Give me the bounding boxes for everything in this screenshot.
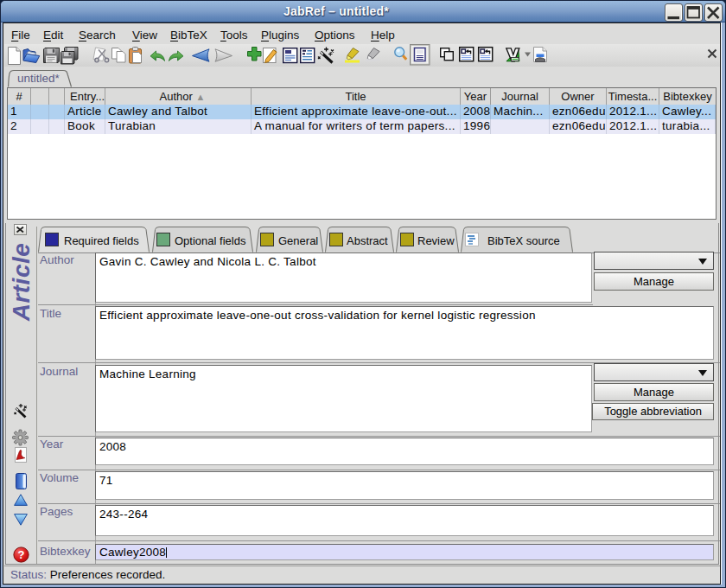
svg-text:?: ?: [18, 548, 25, 561]
